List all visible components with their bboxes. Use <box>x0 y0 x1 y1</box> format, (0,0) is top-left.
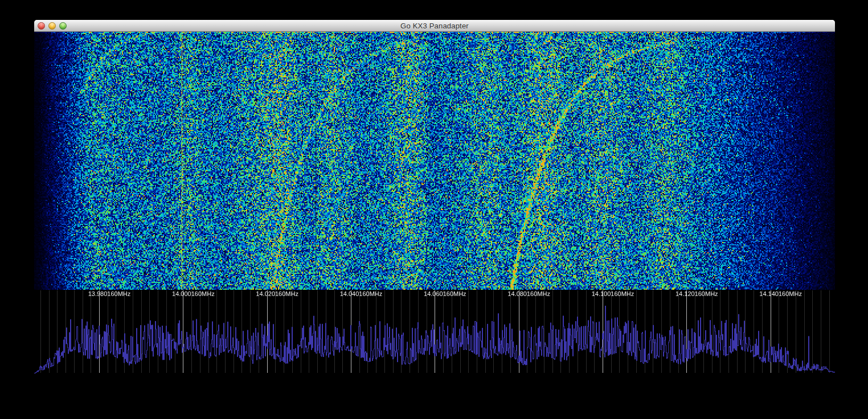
close-button[interactable] <box>38 22 45 30</box>
title-bar[interactable]: Go KX3 Panadapter <box>34 20 835 32</box>
window-controls <box>38 22 67 30</box>
window-title: Go KX3 Panadapter <box>400 22 469 30</box>
panadapter-window: Go KX3 Panadapter 13.980160MHz14.000160M… <box>34 20 835 377</box>
desktop: { "window": { "title": "Go KX3 Panadapte… <box>0 0 868 419</box>
zoom-button[interactable] <box>59 22 67 30</box>
waterfall-display[interactable] <box>34 32 835 290</box>
spectrum-display[interactable] <box>34 290 835 373</box>
minimize-button[interactable] <box>48 22 56 30</box>
